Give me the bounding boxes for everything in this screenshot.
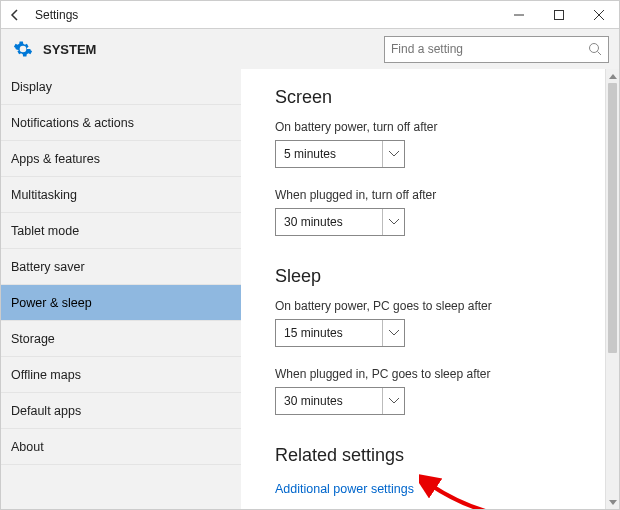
chevron-down-icon <box>382 388 399 414</box>
sleep-plugged-value: 30 minutes <box>284 394 382 408</box>
screen-battery-dropdown[interactable]: 5 minutes <box>275 140 405 168</box>
sidebar-item-notifications[interactable]: Notifications & actions <box>1 105 241 141</box>
body: Display Notifications & actions Apps & f… <box>1 69 619 509</box>
window-controls <box>499 1 619 29</box>
sleep-plugged-dropdown[interactable]: 30 minutes <box>275 387 405 415</box>
chevron-down-icon <box>382 141 399 167</box>
minimize-button[interactable] <box>499 1 539 29</box>
sidebar-item-multitasking[interactable]: Multitasking <box>1 177 241 213</box>
related-heading: Related settings <box>275 445 583 466</box>
additional-power-settings-link[interactable]: Additional power settings <box>275 482 414 496</box>
scroll-down-arrow-icon[interactable] <box>606 495 619 509</box>
sidebar-item-tablet[interactable]: Tablet mode <box>1 213 241 249</box>
sidebar: Display Notifications & actions Apps & f… <box>1 69 241 509</box>
search-box[interactable] <box>384 36 609 63</box>
search-input[interactable] <box>391 42 588 56</box>
svg-point-4 <box>590 44 599 53</box>
scrollbar-thumb[interactable] <box>608 83 617 353</box>
chevron-down-icon <box>382 320 399 346</box>
screen-heading: Screen <box>275 87 583 108</box>
titlebar: Settings <box>1 1 619 29</box>
sidebar-item-about[interactable]: About <box>1 429 241 465</box>
back-button[interactable] <box>1 1 29 29</box>
sidebar-item-battery[interactable]: Battery saver <box>1 249 241 285</box>
sleep-heading: Sleep <box>275 266 583 287</box>
sidebar-item-power-sleep[interactable]: Power & sleep <box>1 285 241 321</box>
chevron-down-icon <box>382 209 399 235</box>
sidebar-item-default-apps[interactable]: Default apps <box>1 393 241 429</box>
sleep-battery-label: On battery power, PC goes to sleep after <box>275 299 583 313</box>
screen-plugged-value: 30 minutes <box>284 215 382 229</box>
screen-plugged-label: When plugged in, turn off after <box>275 188 583 202</box>
sleep-battery-dropdown[interactable]: 15 minutes <box>275 319 405 347</box>
search-icon <box>588 42 602 56</box>
sidebar-item-storage[interactable]: Storage <box>1 321 241 357</box>
content-pane: Screen On battery power, turn off after … <box>241 69 605 509</box>
sleep-plugged-label: When plugged in, PC goes to sleep after <box>275 367 583 381</box>
scroll-up-arrow-icon[interactable] <box>606 69 619 83</box>
gear-icon <box>13 39 33 59</box>
sidebar-item-offline-maps[interactable]: Offline maps <box>1 357 241 393</box>
system-label: SYSTEM <box>43 42 384 57</box>
screen-plugged-dropdown[interactable]: 30 minutes <box>275 208 405 236</box>
vertical-scrollbar[interactable] <box>605 69 619 509</box>
maximize-button[interactable] <box>539 1 579 29</box>
svg-rect-1 <box>555 10 564 19</box>
header-bar: SYSTEM <box>1 29 619 69</box>
sidebar-item-apps[interactable]: Apps & features <box>1 141 241 177</box>
content-wrap: Screen On battery power, turn off after … <box>241 69 619 509</box>
screen-battery-label: On battery power, turn off after <box>275 120 583 134</box>
window-title: Settings <box>35 8 499 22</box>
annotation-arrow <box>419 474 499 509</box>
sleep-battery-value: 15 minutes <box>284 326 382 340</box>
screen-battery-value: 5 minutes <box>284 147 382 161</box>
svg-line-5 <box>598 52 602 56</box>
settings-window: Settings SYSTEM Display Notifications & … <box>0 0 620 510</box>
close-button[interactable] <box>579 1 619 29</box>
sidebar-item-display[interactable]: Display <box>1 69 241 105</box>
